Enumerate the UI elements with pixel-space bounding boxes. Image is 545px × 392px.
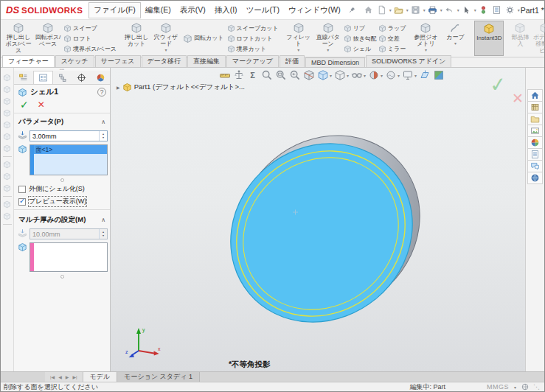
model-canvas[interactable]: [111, 68, 525, 371]
home-icon[interactable]: [362, 4, 375, 17]
command-tab[interactable]: マークアップ: [226, 55, 279, 67]
command-tab[interactable]: 直接編集: [187, 55, 226, 67]
save-caret[interactable]: ▾: [423, 7, 426, 13]
edit-appearance-icon[interactable]: [367, 69, 380, 81]
print-caret[interactable]: ▾: [440, 7, 442, 13]
menu-item[interactable]: 挿入(I): [210, 3, 242, 18]
multi-thickness-input[interactable]: 10.00mm ▴▾: [29, 228, 108, 239]
units-label[interactable]: MMGS: [487, 383, 509, 391]
mass-properties-icon[interactable]: [232, 69, 245, 81]
tab-configuration-manager[interactable]: [53, 71, 72, 84]
select-caret[interactable]: ▾: [474, 7, 476, 13]
linear-pattern-button[interactable]: 直線パターン▾: [313, 21, 343, 56]
resources-globe-icon[interactable]: [527, 172, 543, 184]
command-tab[interactable]: スケッチ: [55, 55, 94, 67]
collapse-chevron-icon[interactable]: ∧: [101, 217, 105, 223]
design-library-icon[interactable]: [527, 101, 543, 113]
linear-pattern-caret[interactable]: ▾: [327, 48, 329, 52]
display-style-caret[interactable]: ▾: [347, 73, 349, 78]
menu-item[interactable]: ウィンドウ(W): [284, 3, 345, 18]
tool-icon[interactable]: [3, 172, 11, 181]
zoom-to-fit-icon[interactable]: [260, 69, 273, 81]
view-orientation-icon[interactable]: [316, 69, 329, 81]
hole-wizard-caret[interactable]: ▾: [164, 48, 167, 52]
confirm-ok-mark[interactable]: ✓: [489, 74, 507, 96]
draft-button[interactable]: 抜き勾配: [344, 34, 377, 43]
loft-button[interactable]: ロフト: [63, 34, 117, 43]
boundary-boss-button[interactable]: 境界ボス/ベース: [63, 44, 117, 54]
view-settings-icon[interactable]: [401, 69, 414, 81]
boundary-cut-button[interactable]: 境界カット: [227, 44, 279, 54]
listbox-resize-handle[interactable]: [60, 275, 64, 279]
tool-icon[interactable]: [3, 200, 11, 209]
extrude-cut-button[interactable]: 押し出しカット: [122, 21, 151, 56]
zoom-to-area-icon[interactable]: [274, 69, 287, 81]
rebuild-icon[interactable]: [477, 4, 490, 17]
open-caret[interactable]: ▾: [406, 7, 409, 13]
hide-show-caret[interactable]: ▾: [364, 73, 366, 78]
confirm-cancel-mark[interactable]: ✕: [512, 91, 524, 105]
ok-button[interactable]: ✓: [20, 99, 29, 110]
section-view-icon[interactable]: [302, 69, 315, 81]
shell-outward-checkbox[interactable]: [18, 186, 26, 193]
apply-scene-icon[interactable]: [384, 69, 397, 81]
view-settings-caret[interactable]: ▾: [414, 73, 417, 78]
measure-icon[interactable]: [218, 69, 231, 81]
feature-tree-flyout[interactable]: ▶ Part1 (デフォルト<<デフォルト>...: [117, 83, 245, 92]
forum-icon[interactable]: [527, 160, 543, 172]
shell-button[interactable]: シェル: [344, 44, 377, 54]
instant3d-button[interactable]: Instant3D: [474, 21, 504, 56]
options-caret[interactable]: ▾: [518, 7, 520, 13]
graphics-viewport[interactable]: ▶ Part1 (デフォルト<<デフォルト>... Σ ▾ ▾ ▾ ▾ ▾ ▾: [111, 68, 525, 371]
menu-item[interactable]: ツール(T): [242, 3, 284, 18]
pin-menu-icon[interactable]: [348, 6, 356, 14]
curves-button[interactable]: カーブ▾: [440, 21, 470, 56]
thickness-input[interactable]: 3.00mm ▴▾: [29, 130, 108, 141]
thickness-spinner[interactable]: ▴▾: [99, 131, 107, 141]
display-style-icon[interactable]: [333, 69, 346, 81]
menu-item[interactable]: 編集(E): [141, 3, 176, 18]
file-explorer-icon[interactable]: [527, 113, 543, 125]
study-tab[interactable]: モデル: [83, 372, 118, 382]
view-orientation-caret[interactable]: ▾: [330, 73, 332, 78]
new-document-caret[interactable]: ▾: [389, 7, 392, 13]
tab-feature-manager[interactable]: [14, 71, 33, 84]
reference-geometry-caret[interactable]: ▾: [425, 48, 427, 52]
view-palette-icon[interactable]: [527, 125, 543, 137]
multi-thickness-spinner[interactable]: ▴▾: [99, 229, 107, 239]
next-study-button[interactable]: ▶: [65, 374, 70, 379]
loft-cut-button[interactable]: ロフトカット: [227, 34, 279, 43]
fillet-button[interactable]: フィレット▾: [284, 21, 313, 56]
move-body-button[interactable]: ボディの移動/コピー: [532, 21, 545, 56]
sweep-button[interactable]: スイープ: [63, 24, 117, 33]
apply-scene-caret[interactable]: ▾: [398, 73, 400, 78]
tool-icon[interactable]: [3, 97, 11, 105]
new-document-icon[interactable]: [375, 4, 389, 17]
select-icon[interactable]: [460, 4, 473, 17]
tool-icon[interactable]: [3, 85, 11, 94]
home-icon[interactable]: [527, 89, 543, 102]
options-gear-icon[interactable]: [504, 4, 517, 17]
tool-icon[interactable]: [3, 184, 11, 192]
show-preview-checkbox[interactable]: [18, 198, 26, 206]
sweep-cut-button[interactable]: スイープカット: [227, 24, 279, 33]
cancel-button[interactable]: ✕: [38, 100, 45, 109]
expand-arrow-icon[interactable]: ▶: [117, 85, 120, 90]
tab-display-manager[interactable]: [91, 71, 110, 84]
3d-drawing-view-icon[interactable]: [418, 69, 431, 81]
menu-item[interactable]: ファイル(F): [88, 2, 140, 18]
intersect-button[interactable]: 交差: [378, 34, 406, 43]
equations-icon[interactable]: Σ: [246, 69, 259, 81]
undo-icon[interactable]: [443, 4, 457, 17]
faces-to-remove-listbox[interactable]: 面<1>: [29, 144, 108, 175]
command-tab[interactable]: SOLIDWORKS アドイン: [366, 55, 451, 67]
tool-icon[interactable]: [3, 133, 11, 141]
realview-icon[interactable]: [432, 69, 445, 81]
mirror-button[interactable]: ミラー: [378, 44, 406, 54]
previous-study-button[interactable]: ◀: [58, 374, 63, 379]
extrude-boss-button[interactable]: 押し出しボス/ベース: [4, 21, 33, 56]
fillet-caret[interactable]: ▾: [297, 48, 299, 52]
curves-caret[interactable]: ▾: [454, 41, 457, 46]
help-icon[interactable]: ?: [97, 88, 106, 97]
resize-grip[interactable]: ⋱: [533, 384, 540, 391]
